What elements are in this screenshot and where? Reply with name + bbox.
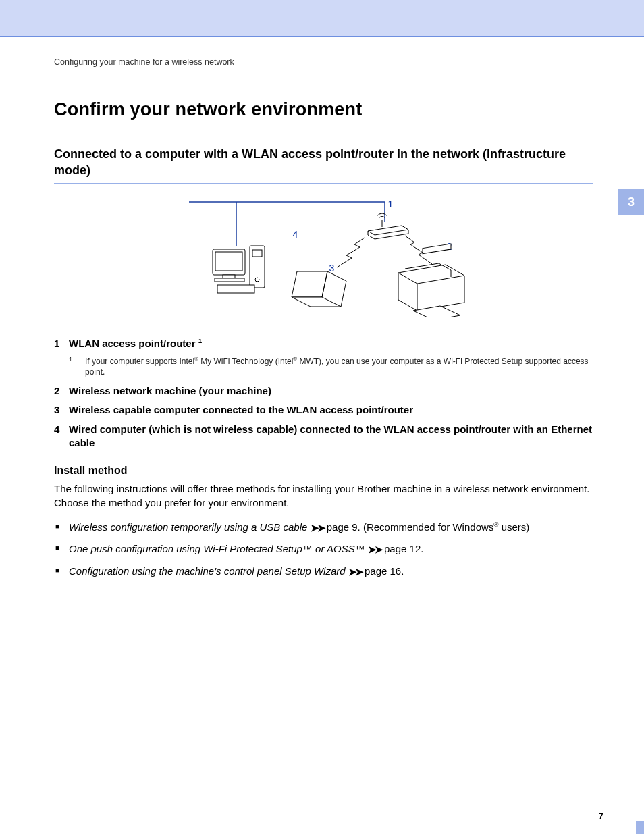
diagram-svg — [182, 199, 466, 317]
legend-text: Wireless capable computer connected to t… — [69, 403, 593, 417]
legend-num: 3 — [54, 403, 69, 417]
legend-item-3: 3 Wireless capable computer connected to… — [54, 403, 593, 417]
page-content: Configuring your machine for a wireless … — [0, 37, 644, 579]
legend-num: 1 — [54, 337, 69, 350]
svg-rect-3 — [215, 278, 244, 282]
svg-rect-5 — [252, 250, 262, 257]
footnote-1: 1 If your computer supports Intel® My Wi… — [69, 356, 593, 377]
legend-num: 4 — [54, 423, 69, 450]
install-item-1: Wireless configuration temporarily using… — [54, 520, 593, 536]
breadcrumb: Configuring your machine for a wireless … — [54, 57, 593, 67]
legend-item-4: 4 Wired computer (which is not wireless … — [54, 423, 593, 450]
network-diagram: 1 2 3 4 — [54, 199, 593, 317]
chapter-tab: 3 — [618, 189, 644, 215]
diagram-legend: 1 WLAN access point/router 1 1 If your c… — [54, 337, 593, 450]
install-heading: Install method — [54, 465, 593, 477]
install-item-2: One push configuration using Wi-Fi Prote… — [54, 542, 593, 557]
page-ref-icon: ➤➤ — [368, 542, 381, 558]
legend-text: Wired computer (which is not wireless ca… — [69, 423, 593, 450]
footnote-num: 1 — [69, 355, 85, 377]
page-title: Confirm your network environment — [54, 99, 593, 120]
legend-text: Wireless network machine (your machine) — [69, 384, 593, 398]
install-item-3: Configuration using the machine's contro… — [54, 564, 593, 579]
legend-text: WLAN access point/router 1 — [69, 337, 593, 350]
page-ref-icon: ➤➤ — [348, 565, 362, 580]
legend-item-1: 1 WLAN access point/router 1 — [54, 337, 593, 350]
section-subtitle: Connected to a computer with a WLAN acce… — [54, 146, 593, 184]
svg-rect-7 — [217, 285, 254, 293]
header-band — [0, 0, 644, 36]
svg-rect-2 — [223, 275, 235, 278]
install-intro: The following instructions will offer th… — [54, 482, 593, 510]
legend-item-2: 2 Wireless network machine (your machine… — [54, 384, 593, 398]
svg-rect-1 — [215, 252, 242, 271]
svg-point-6 — [255, 278, 259, 282]
footnote-text: If your computer supports Intel® My WiFi… — [85, 356, 593, 377]
svg-rect-8 — [423, 244, 451, 254]
legend-num: 2 — [54, 384, 69, 398]
page-ref-icon: ➤➤ — [311, 521, 324, 536]
page-corner-mark — [636, 821, 644, 834]
page-number: 7 — [599, 811, 603, 821]
install-methods-list: Wireless configuration temporarily using… — [54, 520, 593, 579]
